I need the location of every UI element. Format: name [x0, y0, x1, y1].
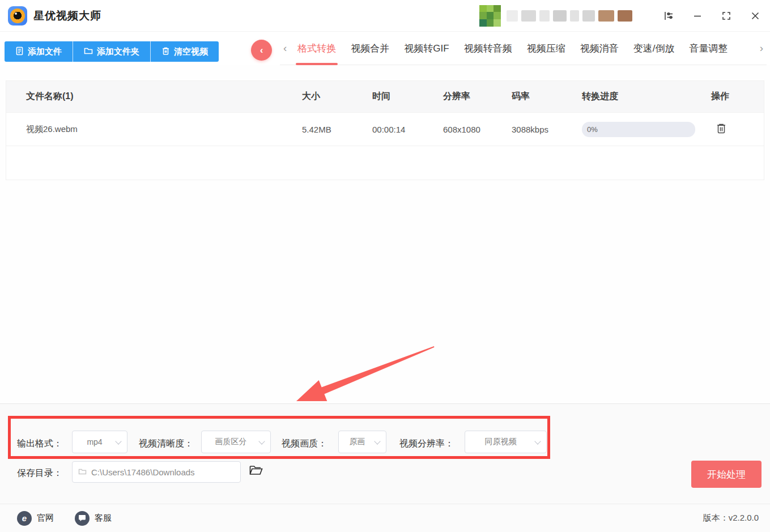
save-dir-path: C:\Users\17486\Downloads	[91, 467, 195, 477]
cell-bitrate: 3088kbps	[512, 125, 582, 134]
tab-video-mute[interactable]: 视频消音	[573, 32, 626, 65]
official-site-label: 官网	[37, 513, 54, 524]
cell-size: 5.42MB	[302, 125, 372, 134]
col-actions: 操作	[711, 91, 764, 103]
add-file-button[interactable]: 添加文件	[5, 41, 73, 62]
col-resolution: 分辨率	[443, 91, 512, 103]
customer-service-link[interactable]: 客服	[75, 511, 112, 526]
cell-resolution: 608x1080	[443, 125, 512, 134]
titlebar-right	[479, 5, 770, 27]
clarity-label: 视频清晰度：	[139, 438, 193, 450]
app-logo-icon	[8, 6, 27, 25]
tabs-back-circle-button[interactable]: ‹	[251, 40, 272, 61]
user-avatar[interactable]	[479, 5, 501, 27]
file-button-group: 添加文件 添加文件夹 清空视频	[5, 41, 219, 62]
browse-folder-button[interactable]	[248, 463, 264, 479]
cell-filename: 视频26.webm	[6, 124, 302, 135]
save-dir-label: 保存目录：	[17, 467, 62, 479]
chevron-left-icon: ‹	[260, 45, 263, 56]
titlebar: 星优视频大师	[0, 0, 770, 32]
tab-video-to-audio[interactable]: 视频转音频	[457, 32, 520, 65]
chevron-down-icon	[534, 438, 541, 444]
clarity-value: 画质区分	[215, 437, 247, 447]
table-header: 文件名称(1) 大小 时间 分辨率 码率 转换进度 操作	[6, 81, 764, 112]
col-bitrate: 码率	[512, 91, 582, 103]
version-label: 版本：v2.2.0.0	[703, 513, 759, 524]
tabs-scroll-left-icon[interactable]: ‹	[280, 42, 290, 54]
start-processing-button[interactable]: 开始处理	[691, 461, 762, 488]
settings-tune-icon[interactable]	[662, 10, 675, 22]
trash-icon	[161, 46, 170, 57]
file-table: 文件名称(1) 大小 时间 分辨率 码率 转换进度 操作 视频26.webm 5…	[6, 80, 764, 180]
resolution-value: 同原视频	[485, 437, 517, 447]
progress-bar: 0%	[582, 122, 695, 137]
col-progress: 转换进度	[582, 91, 711, 103]
table-empty-row	[6, 146, 764, 180]
tab-bar: ‹ 格式转换 视频合并 视频转GIF 视频转音频 视频压缩 视频消音 变速/倒放…	[280, 32, 767, 65]
output-format-label: 输出格式：	[17, 438, 62, 450]
add-folder-button[interactable]: 添加文件夹	[73, 41, 150, 62]
settings-panel: 输出格式： mp4 视频清晰度： 画质区分 视频画质： 原画 视频分辨率： 同原…	[0, 403, 770, 504]
tab-speed-reverse[interactable]: 变速/倒放	[626, 32, 682, 65]
quality-select[interactable]: 原画	[338, 431, 386, 453]
col-filename: 文件名称(1)	[6, 91, 302, 103]
website-globe-icon: e	[17, 511, 32, 526]
file-icon	[15, 46, 24, 57]
quality-label: 视频画质：	[282, 438, 327, 450]
add-folder-label: 添加文件夹	[97, 46, 139, 57]
clear-videos-label: 清空视频	[174, 46, 208, 57]
delete-row-button[interactable]	[714, 122, 728, 136]
folder-icon	[84, 46, 93, 57]
progress-label: 0%	[587, 125, 598, 134]
app-title: 星优视频大师	[33, 8, 101, 23]
trash-icon	[716, 122, 727, 136]
tab-video-merge[interactable]: 视频合并	[343, 32, 397, 65]
toolbar: 添加文件 添加文件夹 清空视频 ‹ ‹ 格式转换 视频合并 视频转GIF 视频转…	[0, 32, 770, 65]
tab-volume-adjust[interactable]: 音量调整	[682, 32, 735, 65]
clarity-select[interactable]: 画质区分	[201, 431, 271, 453]
resolution-select[interactable]: 同原视频	[465, 431, 547, 453]
customer-service-label: 客服	[95, 513, 112, 524]
output-format-value: mp4	[87, 437, 102, 446]
quality-value: 原画	[350, 437, 365, 447]
footer: e 官网 客服 版本：v2.2.0.0	[0, 504, 770, 532]
tab-video-compress[interactable]: 视频压缩	[520, 32, 573, 65]
folder-icon	[78, 467, 87, 477]
output-format-select[interactable]: mp4	[72, 431, 127, 453]
official-site-link[interactable]: e 官网	[17, 511, 54, 526]
minimize-button[interactable]	[691, 10, 704, 22]
close-button[interactable]	[749, 10, 762, 22]
save-dir-input[interactable]: C:\Users\17486\Downloads	[72, 461, 241, 483]
add-file-label: 添加文件	[28, 46, 62, 57]
tab-video-to-gif[interactable]: 视频转GIF	[397, 32, 456, 65]
table-row: 视频26.webm 5.42MB 00:00:14 608x1080 3088k…	[6, 112, 764, 146]
app-window: 星优视频大师 添加文件 添加	[0, 0, 770, 532]
clear-videos-button[interactable]: 清空视频	[150, 41, 219, 62]
cell-time: 00:00:14	[372, 125, 443, 134]
tabs-scroll-right-icon[interactable]: ›	[756, 42, 767, 54]
folder-open-icon	[249, 464, 263, 479]
chevron-down-icon	[258, 438, 265, 444]
resolution-label: 视频分辨率：	[399, 438, 454, 450]
chat-bubble-icon	[75, 511, 90, 526]
maximize-button[interactable]	[720, 10, 733, 22]
tab-format-convert[interactable]: 格式转换	[290, 32, 343, 65]
col-time: 时间	[372, 91, 443, 103]
chevron-down-icon	[374, 438, 380, 444]
chevron-down-icon	[115, 438, 121, 444]
col-size: 大小	[302, 91, 372, 103]
username-redacted	[507, 10, 632, 22]
